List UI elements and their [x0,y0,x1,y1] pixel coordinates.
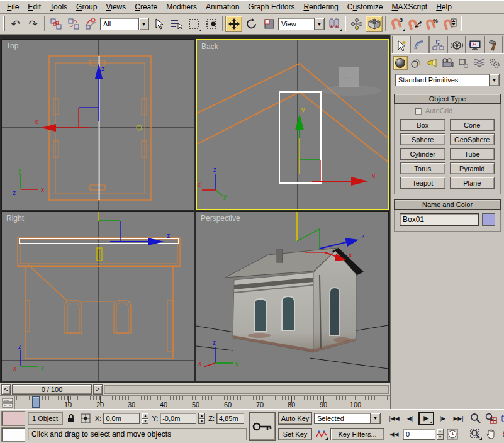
plane-button[interactable]: Plane [450,177,495,189]
select-and-link-button[interactable] [47,16,64,32]
tab-create[interactable] [392,36,410,53]
snaps-cube-toggle[interactable] [366,16,383,32]
x-spinner[interactable]: ▲▼ [142,413,148,424]
redo-button[interactable]: ↷ [25,16,42,32]
set-keys-button[interactable] [249,412,276,441]
zoom-extents-button[interactable] [500,412,504,425]
subcat-systems[interactable] [487,56,501,70]
mini-curve-editor-button[interactable] [0,396,15,409]
cone-button[interactable]: Cone [450,119,495,131]
percent-snap-button[interactable]: % [423,16,440,32]
current-frame-input[interactable]: 0 [403,429,435,440]
z-coordinate-input[interactable]: 4,85m [216,413,244,424]
subcat-geometry[interactable] [393,56,408,70]
name-color-rollout-header[interactable]: − Name and Color [394,199,501,210]
play-button[interactable]: ▶ [418,412,434,425]
menu-graph-editors[interactable]: Graph Editors [244,1,299,13]
track-bar-frame-handle[interactable] [32,396,40,408]
track-bar-ruler[interactable]: 0 10 20 30 40 50 60 70 80 90 100 [15,396,390,409]
key-mode-toggle[interactable]: ◀◀ [387,427,401,440]
viewport-perspective-canvas[interactable]: z x z y x [196,212,388,381]
unlink-selection-button[interactable] [65,16,82,32]
subcat-space-warps[interactable] [471,56,486,70]
menu-file[interactable]: File [3,1,23,13]
menu-maxscript[interactable]: MAXScript [388,1,432,13]
menu-customize[interactable]: Customize [343,1,388,13]
selection-region-button[interactable] [185,16,202,32]
y-spinner[interactable]: ▲▼ [198,413,205,424]
snap-toggle-3d-button[interactable]: 3 [388,16,405,32]
viewport-back[interactable]: Back BACK y [196,39,389,210]
select-and-move-button[interactable] [225,16,242,32]
subcat-lights[interactable] [425,56,439,70]
frame-spinner[interactable]: ▲▼ [437,429,444,440]
pyramid-button[interactable]: Pyramid [450,162,495,174]
viewport-right[interactable]: Right [1,211,194,381]
object-color-swatch[interactable] [482,213,495,226]
time-configuration-button[interactable] [445,427,459,440]
arc-rotate-button[interactable] [500,427,504,440]
box-button[interactable]: Box [400,119,445,131]
selection-filter-dropdown[interactable]: All ▼ [100,18,149,30]
zoom-all-button[interactable] [484,412,498,425]
time-slider-handle[interactable]: 0 / 100 [12,384,92,395]
torus-button[interactable]: Torus [400,162,445,174]
key-filters-button[interactable]: Key Filters... [330,428,384,440]
set-key-button[interactable]: Set Key [278,428,312,440]
tab-hierarchy[interactable] [429,36,447,53]
menu-tools[interactable]: Tools [45,1,72,13]
menu-help[interactable]: Help [432,1,456,13]
previous-frame-button[interactable]: ◀| [403,412,417,425]
goto-end-button[interactable]: ▶▶| [451,412,466,425]
tube-button[interactable]: Tube [450,148,495,160]
select-by-name-button[interactable] [167,16,184,32]
geosphere-button[interactable]: GeoSphere [450,133,495,145]
viewport-top-canvas[interactable]: z x y x z [2,40,194,210]
x-coordinate-input[interactable]: 0,0m [103,413,140,424]
menu-animation[interactable]: Animation [201,1,244,13]
key-selection-dropdown[interactable]: Selected ▼ [314,413,381,424]
time-slider-next-button[interactable]: > [93,384,103,395]
object-type-rollout-header[interactable]: − Object Type [394,94,501,104]
y-coordinate-input[interactable]: -0,0m [160,413,196,424]
select-and-manipulate-button[interactable] [348,16,365,32]
cylinder-button[interactable]: Cylinder [400,148,445,160]
next-frame-button[interactable]: |▶ [435,412,450,425]
reference-coordinate-dropdown[interactable]: View ▼ [278,18,325,30]
time-slider-prev-button[interactable]: < [1,384,11,395]
subcat-shapes[interactable] [409,56,423,70]
viewport-right-canvas[interactable]: z z y x [2,212,194,381]
subcat-cameras[interactable] [440,56,455,70]
spinner-snap-button[interactable] [441,16,458,32]
bind-to-space-warp-button[interactable] [82,16,99,32]
tab-modify[interactable] [410,36,428,53]
viewport-top[interactable]: Top [1,39,194,210]
tab-motion[interactable] [447,36,466,53]
move-gizmo[interactable]: z x [35,64,142,132]
time-slider-track[interactable] [104,385,389,394]
select-object-button[interactable] [150,16,167,32]
viewport-back-canvas[interactable]: BACK y x [197,40,388,209]
auto-key-button[interactable]: Auto Key [278,412,312,425]
key-selection-arrow[interactable]: ▼ [371,413,381,424]
selection-filter-arrow[interactable]: ▼ [139,18,149,30]
sphere-button[interactable]: Sphere [400,133,445,145]
reference-coordinate-arrow[interactable]: ▼ [315,18,325,30]
subcat-helpers[interactable] [456,56,470,70]
angle-snap-button[interactable] [406,16,423,32]
default-tangents-button[interactable] [314,427,328,440]
listener-pane[interactable] [1,427,25,442]
goto-start-button[interactable]: |◀◀ [387,412,401,425]
use-center-button[interactable] [325,16,342,32]
tab-utilities[interactable] [484,36,503,53]
menu-create[interactable]: Create [130,1,162,13]
teapot-button[interactable]: Teapot [400,177,445,189]
window-crossing-button[interactable] [203,16,220,32]
move-gizmo[interactable]: z [99,212,171,245]
object-name-input[interactable]: Box01 [400,213,479,226]
absolute-offset-toggle[interactable] [79,412,92,425]
macro-recorder-pane[interactable] [1,411,25,426]
region-zoom-button[interactable] [468,427,483,440]
category-dropdown-arrow[interactable]: ▼ [490,74,500,86]
category-dropdown[interactable]: Standard Primitives ▼ [391,71,504,89]
